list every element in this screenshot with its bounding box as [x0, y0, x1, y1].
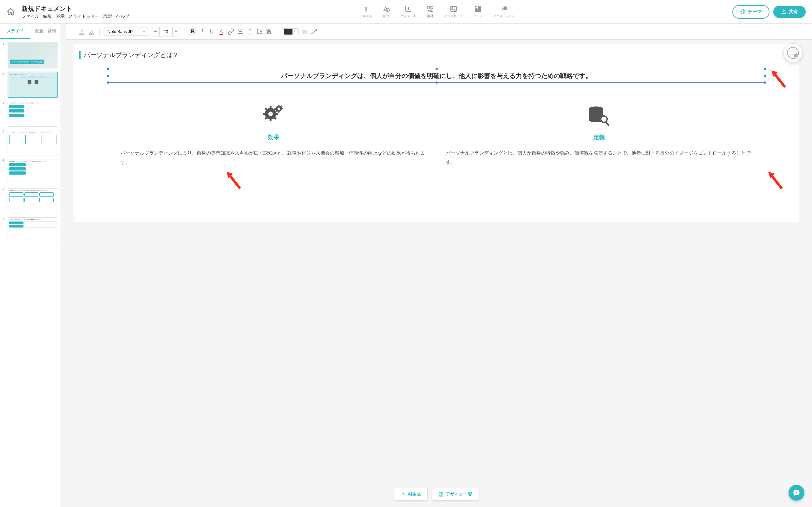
- transparency-button[interactable]: [301, 28, 308, 35]
- highlight-icon[interactable]: [88, 28, 95, 35]
- menu-help[interactable]: ヘルプ: [116, 14, 130, 19]
- column-title-definition: 定義: [446, 133, 752, 141]
- tool-parts[interactable]: パーツ: [473, 5, 483, 18]
- tool-shape[interactable]: 図形: [383, 5, 390, 18]
- svg-point-6: [452, 8, 453, 9]
- svg-point-3: [430, 6, 433, 9]
- text-color-button[interactable]: A: [218, 28, 225, 35]
- font-size-decrease[interactable]: −: [152, 27, 159, 36]
- svg-rect-42: [282, 108, 283, 109]
- svg-rect-50: [605, 121, 610, 126]
- tool-text[interactable]: T テキスト: [360, 5, 372, 18]
- design-badge-icon[interactable]: [783, 43, 803, 62]
- slide-thumb-7[interactable]: 7 フィードバックを活用することで、改善と成長を促進することができます: [3, 217, 58, 243]
- chevron-down-icon: [142, 30, 146, 33]
- font-family-select[interactable]: Noto Sans JP: [104, 27, 149, 36]
- column-text-effect[interactable]: パーソナルブランディングにより、自身の専門知識やスキルが広く認知され、就職やビジ…: [120, 149, 427, 167]
- document-title[interactable]: 新規ドキュメント: [21, 4, 130, 13]
- ai-generate-button[interactable]: AI生成: [394, 488, 427, 501]
- font-size-increase[interactable]: +: [172, 27, 180, 36]
- italic-button[interactable]: I: [199, 28, 206, 35]
- chat-icon: [792, 489, 801, 497]
- tool-assets[interactable]: + 素材: [426, 5, 434, 18]
- svg-rect-52: [439, 493, 441, 494]
- sidebar: スライド 配置・整列 1 パーソナルブランディングの作り方 2 パーソナルブラン…: [0, 24, 61, 507]
- tool-upload[interactable]: アップロード: [444, 5, 463, 18]
- column-effect[interactable]: 効果 パーソナルブランディングにより、自身の専門知識やスキルが広く認知され、就職…: [120, 105, 427, 167]
- svg-rect-10: [475, 9, 481, 10]
- gears-icon: [261, 105, 287, 127]
- tool-animation[interactable]: アニメーション: [493, 5, 515, 18]
- slide-thumb-6[interactable]: 6 多様なネットワーキングの方法と機会を理解し、コミュニティに貢献するためのアプ…: [3, 188, 58, 214]
- svg-point-18: [744, 12, 744, 12]
- theme-button[interactable]: テーマ: [732, 5, 769, 19]
- font-size-value[interactable]: 20: [159, 29, 172, 34]
- svg-point-1: [386, 9, 390, 12]
- slide-thumb-4[interactable]: 4 ターゲットオーディエンスを特定することで、効果的なコミュニケーション戦略を立…: [3, 130, 58, 156]
- vertical-align-button[interactable]: [247, 28, 253, 35]
- sparkle-icon: [401, 492, 406, 497]
- align-button[interactable]: [237, 28, 244, 35]
- slide-title[interactable]: パーソナルブランディングとは？: [79, 51, 794, 59]
- column-definition[interactable]: 定義 パーソナルブランディングとは、個人が自身の特徴や強み、価値観を発信すること…: [446, 105, 752, 167]
- svg-point-16: [742, 11, 742, 11]
- font-size-control: − 20 +: [152, 27, 180, 37]
- underline-button[interactable]: U: [208, 28, 215, 35]
- menu-settings[interactable]: 設定: [103, 14, 112, 19]
- design-list-button[interactable]: デザイン一覧: [432, 488, 479, 501]
- letter-spacing-button[interactable]: VA: [265, 28, 272, 35]
- home-icon[interactable]: [6, 7, 15, 16]
- svg-rect-40: [278, 112, 279, 113]
- sidebar-tabs: スライド 配置・整列: [0, 24, 61, 39]
- menu-bar: ファイル 編集 表示 スライドショー 設定 ヘルプ: [21, 14, 130, 19]
- svg-rect-55: [442, 495, 443, 496]
- svg-rect-2: [427, 6, 430, 9]
- bold-button[interactable]: B: [189, 28, 196, 35]
- selected-text-box[interactable]: パーソナルブランディングは、個人が自分の価値を明確にし、他人に影響を与える力を持…: [108, 69, 765, 83]
- palette-icon: [740, 9, 746, 14]
- header-actions: テーマ 共有: [732, 5, 806, 19]
- slide-canvas[interactable]: パーソナルブランディングとは？ パーソナルブランディングは、個人が自分の価値を明…: [73, 44, 799, 222]
- tool-chart[interactable]: グラフ・表: [400, 5, 416, 18]
- bottom-buttons: AI生成 デザイン一覧: [394, 488, 479, 501]
- content-columns: 効果 パーソナルブランディングにより、自身の専門知識やスキルが広く認知され、就職…: [79, 105, 794, 167]
- slides-list[interactable]: 1 パーソナルブランディングの作り方 2 パーソナルブランディングとは？パーソナ…: [0, 39, 61, 507]
- svg-text:VA: VA: [266, 29, 270, 33]
- svg-rect-41: [275, 108, 276, 109]
- menu-slideshow[interactable]: スライドショー: [68, 14, 100, 19]
- toolbar-center: T テキスト 図形 グラフ・表 + 素材 アップロード パーツ アニメーション: [142, 5, 732, 18]
- fill-swatch[interactable]: [282, 28, 299, 35]
- slide-thumb-1[interactable]: 1 パーソナルブランディングの作り方: [3, 43, 58, 68]
- svg-rect-20: [89, 34, 94, 35]
- slide-thumb-3[interactable]: 3 自分の強みを見つけるための具体的な方法とその重要性について解説します....…: [3, 101, 58, 127]
- svg-point-15: [741, 9, 745, 14]
- fill-color-icon[interactable]: [78, 28, 85, 35]
- svg-rect-7: [475, 7, 477, 9]
- svg-rect-29: [270, 106, 271, 109]
- connector-button[interactable]: [311, 28, 318, 35]
- tab-arrange[interactable]: 配置・整列: [31, 24, 61, 39]
- chat-fab[interactable]: [789, 485, 804, 501]
- column-title-effect: 効果: [120, 133, 427, 141]
- headline-text[interactable]: パーソナルブランディングは、個人が自分の価値を明確にし、他人に影響を与える力を持…: [111, 71, 762, 80]
- canvas-wrapper[interactable]: パーソナルブランディングとは？ パーソナルブランディングは、個人が自分の価値を明…: [61, 40, 812, 507]
- slide-thumb-5[interactable]: 5 視覚的な要素とメッセージングに重点を置くことで、効果的な肯勢を構築していきま…: [3, 159, 58, 185]
- tab-slides[interactable]: スライド: [0, 24, 31, 39]
- svg-rect-8: [478, 7, 481, 7]
- link-button[interactable]: [227, 28, 235, 35]
- menu-file[interactable]: ファイル: [21, 14, 39, 19]
- line-spacing-button[interactable]: [256, 28, 263, 35]
- database-search-icon: [587, 105, 612, 127]
- column-text-definition[interactable]: パーソナルブランディングとは、個人が自身の特徴や強み、価値観を発信することで、他…: [446, 149, 752, 167]
- share-button[interactable]: 共有: [773, 6, 806, 18]
- annotation-arrow: [226, 171, 242, 190]
- svg-rect-54: [439, 495, 441, 496]
- svg-rect-19: [80, 34, 84, 35]
- svg-point-38: [277, 107, 280, 110]
- annotation-arrow: [771, 70, 786, 89]
- svg-rect-31: [263, 113, 265, 115]
- editor-area: Noto Sans JP − 20 + B I U A VA: [61, 24, 812, 507]
- menu-edit[interactable]: 編集: [43, 14, 52, 19]
- menu-view[interactable]: 表示: [56, 14, 65, 19]
- slide-thumb-2[interactable]: 2 パーソナルブランディングとは？パーソナルブランディングは、個人が自分の価値を…: [3, 72, 58, 98]
